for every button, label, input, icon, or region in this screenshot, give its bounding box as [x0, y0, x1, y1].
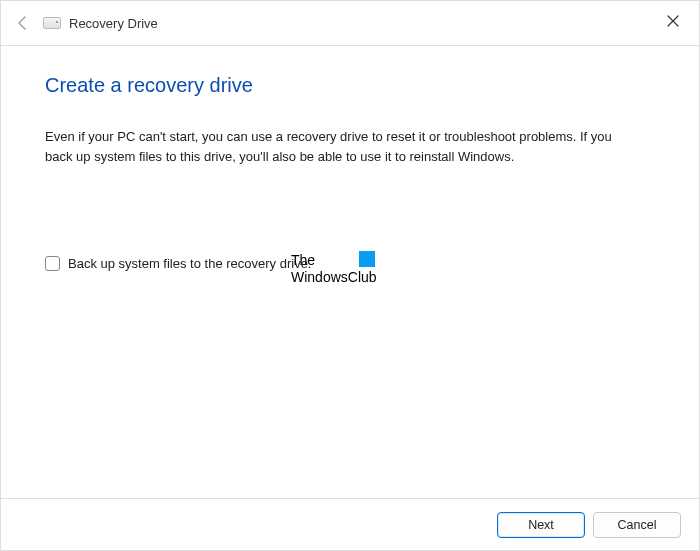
close-button[interactable] — [661, 9, 685, 33]
next-button[interactable]: Next — [497, 512, 585, 538]
back-arrow-icon[interactable] — [13, 13, 33, 33]
watermark-text: The WindowsClub — [291, 252, 377, 286]
content-area: Create a recovery drive Even if your PC … — [1, 46, 699, 271]
watermark-line2: WindowsClub — [291, 269, 377, 285]
window-title: Recovery Drive — [69, 16, 158, 31]
drive-icon — [43, 17, 61, 29]
backup-checkbox[interactable] — [45, 256, 60, 271]
titlebar: Recovery Drive — [1, 1, 699, 45]
footer: Next Cancel — [1, 498, 699, 550]
description-text: Even if your PC can't start, you can use… — [45, 127, 635, 166]
page-heading: Create a recovery drive — [45, 74, 655, 97]
cancel-button[interactable]: Cancel — [593, 512, 681, 538]
watermark-line1: The — [291, 252, 315, 268]
backup-checkbox-label: Back up system files to the recovery dri… — [68, 256, 311, 271]
